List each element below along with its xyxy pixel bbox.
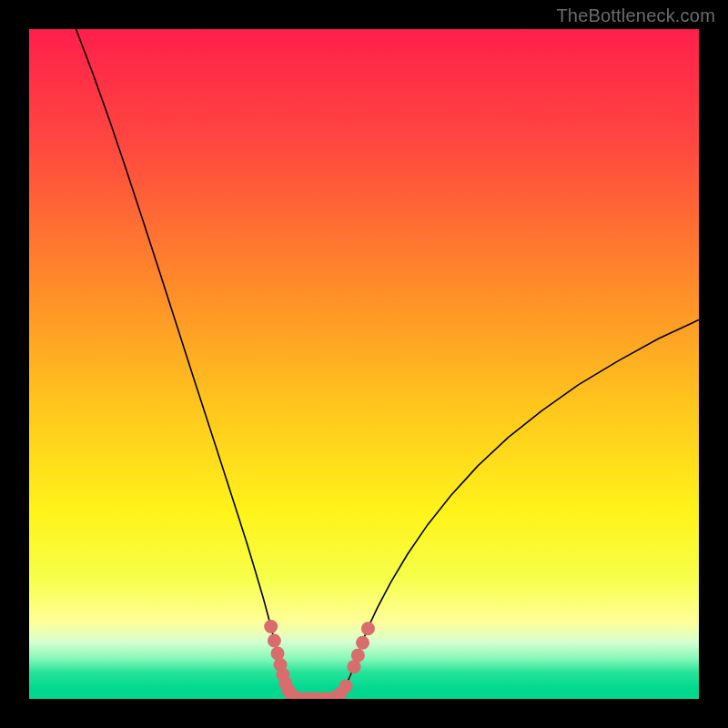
chart-plot-area: [29, 29, 699, 699]
marker-dot: [264, 620, 278, 633]
marker-dot: [356, 636, 369, 650]
watermark-text: TheBottleneck.com: [556, 5, 715, 26]
marker-dot: [268, 633, 281, 647]
marker-dot: [351, 649, 365, 662]
chart-background: [29, 29, 699, 699]
marker-dot: [361, 622, 375, 635]
chart-frame: TheBottleneck.com: [0, 0, 728, 728]
chart-svg: [29, 29, 699, 699]
marker-dot: [339, 680, 353, 693]
marker-dot: [271, 646, 285, 660]
